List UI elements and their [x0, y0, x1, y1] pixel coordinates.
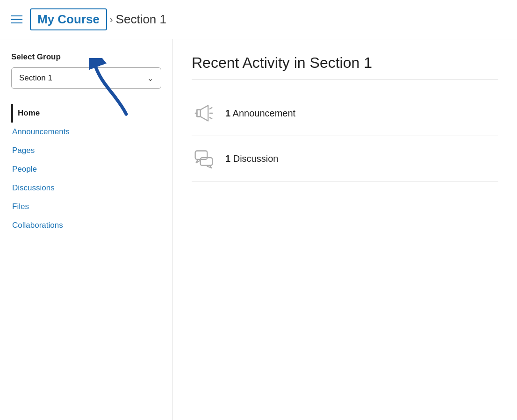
svg-rect-3: [197, 110, 200, 117]
page-title: Recent Activity in Section 1: [192, 54, 498, 80]
selected-group-value: Section 1: [19, 73, 52, 83]
svg-line-6: [210, 117, 212, 119]
main-layout: Select Group Section 1 ⌄ Home Announceme…: [0, 39, 517, 420]
sidebar-item-discussions[interactable]: Discussions: [11, 179, 161, 197]
sidebar-item-pages[interactable]: Pages: [11, 141, 161, 160]
course-breadcrumb-link[interactable]: My Course: [30, 8, 107, 30]
discussion-text: 1 Discussion: [225, 153, 278, 164]
sidebar: Select Group Section 1 ⌄ Home Announceme…: [0, 39, 173, 420]
announcement-text: 1 Announcement: [225, 108, 295, 119]
content-area: Recent Activity in Section 1 1 Announcem…: [173, 39, 517, 420]
chevron-down-icon: ⌄: [147, 74, 153, 83]
activity-announcement: 1 Announcement: [192, 91, 498, 136]
megaphone-icon: [192, 101, 216, 125]
svg-line-4: [210, 108, 212, 109]
hamburger-button[interactable]: [11, 15, 22, 24]
breadcrumb-separator: ›: [110, 14, 113, 25]
breadcrumb: My Course › Section 1: [30, 8, 166, 30]
header: My Course › Section 1: [0, 0, 517, 39]
sidebar-item-collaborations[interactable]: Collaborations: [11, 216, 161, 235]
section-breadcrumb: Section 1: [116, 12, 166, 27]
svg-marker-1: [197, 106, 208, 121]
sidebar-item-files[interactable]: Files: [11, 197, 161, 216]
activity-discussion: 1 Discussion: [192, 136, 498, 181]
sidebar-item-announcements[interactable]: Announcements: [11, 123, 161, 141]
sidebar-nav: Home Announcements Pages People Discussi…: [11, 104, 161, 235]
sidebar-item-people[interactable]: People: [11, 160, 161, 179]
discussion-icon: [192, 146, 216, 171]
arrow-annotation: [89, 58, 145, 121]
